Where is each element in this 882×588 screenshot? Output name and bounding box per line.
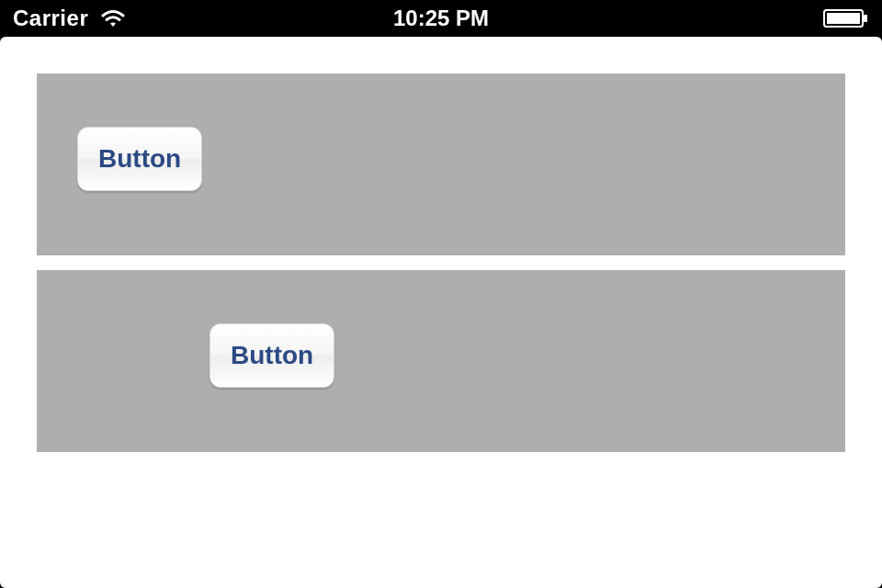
device-frame: Carrier 10:25 PM Button: [0, 0, 882, 588]
status-bar: Carrier 10:25 PM: [0, 0, 882, 37]
table-view[interactable]: Button Button: [0, 37, 882, 452]
status-right: [823, 8, 869, 28]
svg-rect-1: [827, 13, 860, 24]
app-content: Button Button: [0, 37, 882, 588]
cell-button-1[interactable]: Button: [77, 127, 202, 191]
table-row[interactable]: Button: [37, 74, 845, 255]
status-left: Carrier: [13, 6, 127, 31]
battery-icon: [823, 8, 869, 28]
wifi-icon: [99, 8, 127, 28]
status-time: 10:25 PM: [393, 6, 489, 31]
carrier-label: Carrier: [13, 6, 88, 31]
cell-button-2[interactable]: Button: [209, 323, 334, 388]
table-row[interactable]: Button: [37, 270, 845, 452]
svg-rect-2: [864, 15, 867, 22]
